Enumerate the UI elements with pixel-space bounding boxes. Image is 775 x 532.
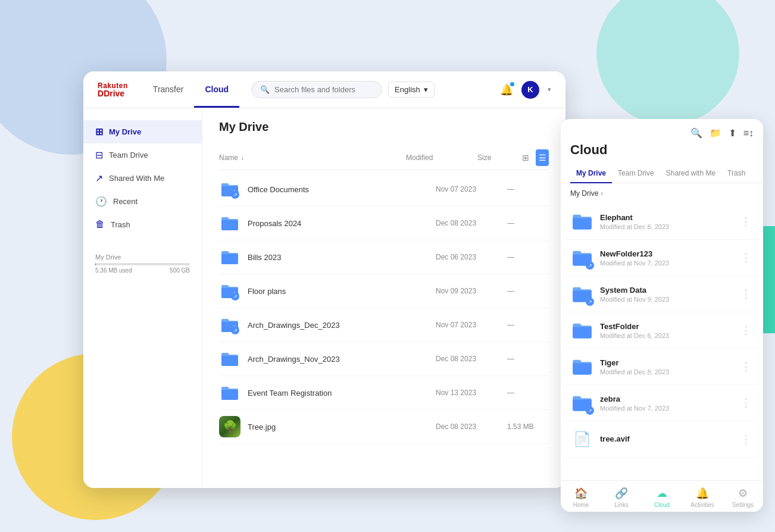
table-row[interactable]: ↗ Floor plans Nov 09 2023 —	[219, 274, 549, 308]
add-folder-icon[interactable]: 📁	[710, 127, 721, 139]
header-right: 🔔 K ▾	[500, 81, 551, 99]
main-window: Rakuten DDrive Transfer Cloud 🔍 English …	[83, 71, 565, 488]
list-view-button[interactable]: ☰	[536, 149, 549, 166]
storage-total: 500 GB	[170, 267, 190, 274]
more-options-icon[interactable]: ⋮	[738, 287, 754, 301]
upload-icon[interactable]: ⬆	[729, 127, 736, 139]
cp-folder-icon	[570, 318, 594, 342]
file-size: —	[507, 389, 549, 397]
list-item[interactable]: Elephant Modified at Dec 8, 2023 ⋮	[565, 204, 758, 240]
table-row[interactable]: ↗ Arch_Drawings_Dec_2023 Nov 07 2023 —	[219, 308, 549, 342]
cp-tab-team-drive[interactable]: Team Drive	[612, 164, 660, 183]
tab-transfer[interactable]: Transfer	[142, 73, 195, 108]
table-row[interactable]: 🌳 Tree.jpg Dec 08 2023 1.53 MB	[219, 410, 549, 444]
breadcrumb-separator: ›	[601, 189, 603, 198]
sidebar-item-my-drive[interactable]: ⊞ My Drive	[83, 120, 202, 143]
list-item[interactable]: Tiger Modified at Dec 8, 2023 ⋮	[565, 349, 758, 385]
tab-cloud[interactable]: Cloud	[194, 73, 239, 108]
cp-file-name: NewFolder123	[600, 249, 738, 258]
file-name: Arch_Drawings_Nov_2023	[248, 355, 436, 364]
cp-file-meta: Modified at Dec 8, 2023	[600, 223, 738, 230]
cp-file-name: tree.avif	[600, 434, 738, 443]
cp-file-info: Elephant Modified at Dec 8, 2023	[600, 213, 738, 230]
storage-numbers: 5.36 MB used 500 GB	[95, 267, 190, 274]
file-list-header: Name ↓ Modified Size ⊞ ☰	[219, 146, 549, 170]
folder-icon	[219, 382, 240, 403]
cloud-icon: ☁	[657, 487, 667, 500]
avatar[interactable]: K	[521, 81, 539, 99]
clock-icon: 🕐	[95, 196, 107, 207]
more-options-icon[interactable]: ⋮	[738, 215, 754, 228]
search-icon[interactable]: 🔍	[690, 127, 702, 139]
sort-icon[interactable]: ≡↕	[743, 128, 754, 139]
cp-file-name: zebra	[600, 395, 738, 403]
sidebar-item-shared-with-me[interactable]: ↗ Shared With Me	[83, 167, 202, 190]
file-size: 1.53 MB	[507, 423, 549, 431]
list-item[interactable]: TestFolder Modified at Dec 6, 2023 ⋮	[565, 312, 758, 349]
nav-home-label: Home	[573, 502, 589, 508]
folder-svg	[571, 357, 593, 376]
notification-dot	[510, 82, 514, 86]
nav-activities[interactable]: 🔔 Activities	[682, 487, 723, 508]
language-selector[interactable]: English ▾	[388, 82, 435, 98]
folder-shared-icon: ↗	[219, 179, 240, 200]
more-options-icon[interactable]: ⋮	[738, 360, 754, 373]
search-input[interactable]	[274, 85, 370, 94]
sidebar-label-trash: Trash	[111, 220, 130, 229]
cp-tab-trash[interactable]: Trash	[721, 164, 751, 183]
storage-info: My Drive 5.36 MB used 500 GB	[95, 254, 190, 274]
file-modified: Dec 08 2023	[436, 355, 507, 363]
file-list: ↗ Office Documents Nov 07 2023 — Proposa…	[219, 173, 549, 444]
more-options-icon[interactable]: ⋮	[738, 433, 754, 446]
more-options-icon[interactable]: ⋮	[738, 251, 754, 264]
list-item[interactable]: ↗ NewFolder123 Modified at Nov 7, 2023 ⋮	[565, 240, 758, 276]
nav-tabs: Transfer Cloud	[142, 72, 239, 107]
breadcrumb-item[interactable]: My Drive	[570, 189, 598, 198]
team-icon: ⊟	[95, 149, 103, 161]
settings-icon: ⚙	[738, 487, 748, 500]
trash-icon: 🗑	[95, 219, 105, 230]
cp-file-icon: 📄	[570, 427, 594, 451]
cp-file-meta: Modified at Nov 9, 2023	[600, 296, 738, 303]
table-row[interactable]: Event Team Registration Nov 13 2023 —	[219, 376, 549, 410]
file-modified: Nov 13 2023	[436, 389, 507, 397]
nav-home[interactable]: 🏠 Home	[561, 487, 601, 508]
list-item[interactable]: ↗ zebra Modified at Nov 7, 2023 ⋮	[565, 385, 758, 421]
more-options-icon[interactable]: ⋮	[738, 396, 754, 409]
cloud-panel-tabs: My Drive Team Drive Shared with Me Trash	[561, 164, 763, 183]
cp-file-info: tree.avif	[600, 434, 738, 445]
home-icon: 🏠	[574, 487, 588, 500]
page-title: My Drive	[219, 120, 549, 134]
table-row[interactable]: Arch_Drawings_Nov_2023 Dec 08 2023 —	[219, 342, 549, 376]
more-options-icon[interactable]: ⋮	[738, 324, 754, 337]
file-size: —	[507, 185, 549, 193]
folder-icon	[219, 348, 240, 370]
table-row[interactable]: Bills 2023 Dec 06 2023 —	[219, 240, 549, 274]
table-row[interactable]: ↗ Office Documents Nov 07 2023 —	[219, 173, 549, 206]
sidebar-item-trash[interactable]: 🗑 Trash	[83, 213, 202, 236]
nav-links[interactable]: 🔗 Links	[601, 487, 642, 508]
cp-folder-icon	[570, 209, 594, 233]
storage-bar	[95, 263, 190, 265]
chevron-down-icon-avatar: ▾	[548, 86, 551, 93]
table-row[interactable]: Proposals 2024 Dec 08 2023 —	[219, 206, 549, 240]
nav-cloud-label: Cloud	[654, 502, 670, 508]
list-item[interactable]: ↗ System Data Modified at Nov 9, 2023 ⋮	[565, 276, 758, 312]
sidebar-item-recent[interactable]: 🕐 Recent	[83, 190, 202, 213]
list-item[interactable]: 📄 tree.avif ⋮	[565, 421, 758, 458]
folder-icon	[219, 246, 240, 268]
nav-cloud[interactable]: ☁ Cloud	[642, 487, 682, 508]
cloud-panel-file-list: Elephant Modified at Dec 8, 2023 ⋮ ↗ New…	[561, 204, 763, 480]
sort-icon[interactable]: ↓	[240, 154, 244, 162]
cp-tab-my-drive[interactable]: My Drive	[570, 164, 612, 183]
cp-tab-shared[interactable]: Shared with Me	[660, 164, 721, 183]
notification-bell[interactable]: 🔔	[500, 83, 513, 96]
sidebar-item-team-drive[interactable]: ⊟ Team Drive	[83, 143, 202, 167]
cp-file-meta: Modified at Dec 8, 2023	[600, 368, 738, 375]
lang-label: English	[395, 85, 420, 94]
nav-settings[interactable]: ⚙ Settings	[723, 487, 763, 508]
sidebar-label-my-drive: My Drive	[109, 127, 141, 136]
folder-svg	[220, 384, 239, 401]
activities-icon: 🔔	[696, 487, 709, 500]
grid-view-button[interactable]: ⊞	[519, 149, 532, 166]
